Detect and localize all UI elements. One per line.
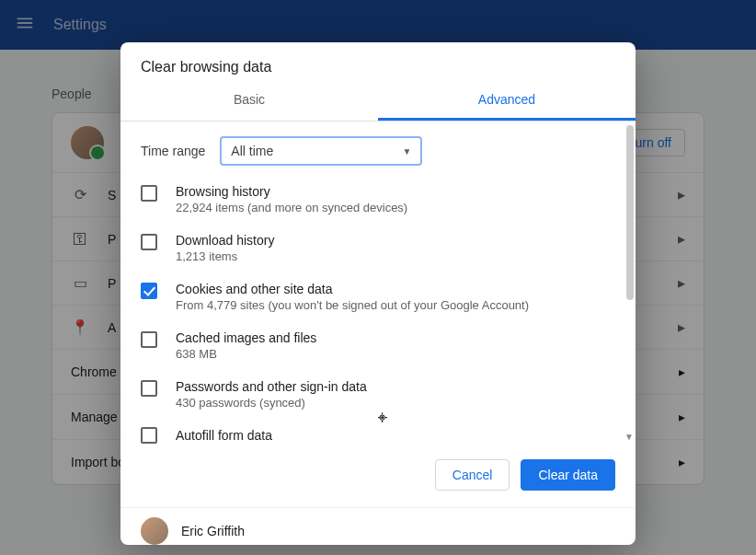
avatar-icon	[141, 517, 168, 545]
checkbox-cached[interactable]	[141, 331, 157, 348]
time-range-select[interactable]: All time ▼	[220, 136, 422, 166]
option-passwords[interactable]: Passwords and other sign-in data 430 pas…	[120, 370, 636, 419]
scrollbar-thumb[interactable]	[626, 125, 634, 300]
option-browsing-history[interactable]: Browsing history 22,924 items (and more …	[120, 175, 636, 224]
checkbox-autofill[interactable]	[141, 427, 157, 444]
dialog-title: Clear browsing data	[120, 42, 636, 83]
scroll-down-icon[interactable]: ▼	[624, 432, 634, 442]
dialog-profile-row: Eric Griffith	[120, 507, 636, 545]
checkbox-browsing-history[interactable]	[141, 185, 157, 202]
cancel-button[interactable]: Cancel	[435, 459, 510, 491]
time-range-value: All time	[231, 144, 273, 158]
tab-advanced[interactable]: Advanced	[378, 83, 636, 121]
time-range-row: Time range All time ▼	[120, 121, 636, 175]
checkbox-cookies[interactable]	[141, 283, 157, 299]
checkbox-download-history[interactable]	[141, 234, 157, 250]
dialog-tabs: Basic Advanced	[120, 83, 636, 121]
option-cached[interactable]: Cached images and files 638 MB	[120, 321, 636, 370]
clear-data-button[interactable]: Clear data	[521, 459, 615, 491]
profile-name: Eric Griffith	[181, 524, 245, 538]
option-autofill[interactable]: Autofill form data	[120, 419, 636, 444]
checkbox-passwords[interactable]	[141, 380, 157, 397]
time-range-label: Time range	[141, 144, 205, 158]
dialog-footer: Cancel Clear data	[120, 444, 636, 507]
tab-basic[interactable]: Basic	[120, 83, 378, 121]
option-cookies[interactable]: Cookies and other site data From 4,779 s…	[120, 272, 636, 321]
dropdown-caret-icon: ▼	[402, 146, 411, 156]
dialog-body: ▼ Time range All time ▼ Browsing history…	[120, 121, 636, 444]
clear-browsing-data-dialog: Clear browsing data Basic Advanced ▼ Tim…	[120, 42, 636, 545]
option-download-history[interactable]: Download history 1,213 items	[120, 224, 636, 272]
